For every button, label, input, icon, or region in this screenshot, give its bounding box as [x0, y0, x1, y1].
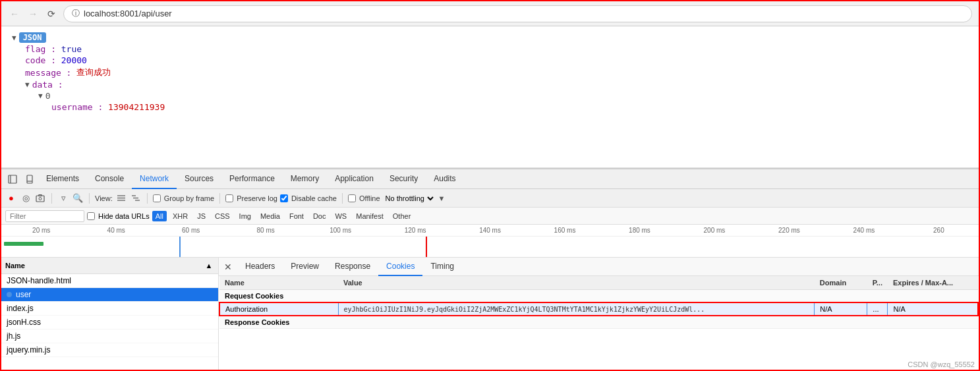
- record-button[interactable]: ●: [5, 192, 17, 204]
- browser-chrome: ← → ⟳ ⓘ localhost:8001/api/user: [1, 1, 979, 26]
- svg-point-5: [39, 197, 42, 200]
- devtools-tabs: Elements Console Network Sources Perform…: [1, 169, 979, 189]
- tab-headers[interactable]: Headers: [237, 258, 283, 276]
- filter-type-all[interactable]: All: [152, 211, 167, 221]
- col-domain-header: Domain: [815, 276, 867, 290]
- filter-type-media[interactable]: Media: [257, 211, 283, 221]
- tl-240: 240 ms: [826, 227, 901, 234]
- tab-elements[interactable]: Elements: [38, 169, 87, 189]
- data-expand-icon[interactable]: ▼: [25, 80, 30, 89]
- expand-icon[interactable]: ▼: [12, 34, 16, 42]
- tab-preview[interactable]: Preview: [283, 258, 327, 276]
- code-value: 20000: [61, 55, 87, 65]
- capture-screenshot-button[interactable]: [34, 192, 46, 204]
- message-key: message :: [25, 68, 71, 78]
- json-flag-line: flag : true: [12, 43, 968, 55]
- file-item-jquery[interactable]: jquery.min.js: [1, 343, 218, 357]
- hide-data-urls-label: Hide data URLs: [98, 212, 150, 220]
- auth-expires-cell: N/A: [888, 302, 978, 316]
- detail-tabs: ✕ Headers Preview Response Cookies Timin…: [219, 258, 979, 276]
- address-bar[interactable]: ⓘ localhost:8001/api/user: [63, 5, 972, 22]
- file-list: Name ▲ JSON-handle.html user index.js js…: [1, 258, 219, 371]
- file-item-user[interactable]: user: [1, 288, 218, 302]
- tab-response[interactable]: Response: [327, 258, 378, 276]
- reload-button[interactable]: ⟳: [45, 7, 58, 20]
- group-by-frame-label: Group by frame: [164, 194, 214, 202]
- filter-type-font[interactable]: Font: [286, 211, 307, 221]
- device-icon[interactable]: [21, 171, 38, 188]
- tl-180: 180 ms: [602, 227, 677, 234]
- svg-rect-0: [9, 175, 16, 183]
- filter-input[interactable]: [5, 210, 84, 222]
- separator-5: [342, 193, 343, 204]
- offline-check[interactable]: Offline: [348, 194, 380, 202]
- jquery-name: jquery.min.js: [7, 345, 50, 355]
- svg-rect-2: [27, 175, 32, 183]
- tab-security[interactable]: Security: [382, 169, 426, 189]
- tab-audits[interactable]: Audits: [426, 169, 463, 189]
- inspect-icon[interactable]: [4, 171, 21, 188]
- username-value: 13904211939: [108, 102, 165, 112]
- clear-button[interactable]: ◎: [20, 192, 32, 204]
- disable-cache-label: Disable cache: [291, 194, 337, 202]
- separator-3: [147, 193, 148, 204]
- tl-200: 200 ms: [677, 227, 751, 234]
- search-icon[interactable]: 🔍: [72, 192, 84, 204]
- filter-type-xhr[interactable]: XHR: [169, 211, 191, 221]
- timeline-labels: 20 ms 40 ms 60 ms 80 ms 100 ms 120 ms 14…: [1, 225, 979, 237]
- tab-console[interactable]: Console: [87, 169, 132, 189]
- filter-type-css[interactable]: CSS: [212, 211, 233, 221]
- tab-cookies[interactable]: Cookies: [378, 258, 422, 276]
- tab-sources[interactable]: Sources: [177, 169, 221, 189]
- tab-performance[interactable]: Performance: [221, 169, 283, 189]
- forward-button[interactable]: →: [26, 7, 40, 20]
- col-path-header: P...: [867, 276, 888, 290]
- tl-40: 40 ms: [78, 227, 153, 234]
- back-button[interactable]: ←: [8, 7, 21, 20]
- json-tag: JSON: [19, 32, 46, 43]
- separator-4: [219, 193, 220, 204]
- name-column-header: Name: [5, 262, 25, 270]
- filter-type-js[interactable]: JS: [194, 211, 209, 221]
- tab-network[interactable]: Network: [132, 169, 177, 189]
- disable-cache-check[interactable]: Disable cache: [280, 194, 337, 202]
- file-list-scroll-up[interactable]: ▲: [204, 260, 214, 271]
- filter-type-img[interactable]: Img: [236, 211, 254, 221]
- close-detail-button[interactable]: ✕: [219, 260, 237, 273]
- tab-timing[interactable]: Timing: [422, 258, 462, 276]
- throttling-dropdown-icon[interactable]: ▼: [438, 194, 446, 202]
- preserve-log-check[interactable]: Preserve log: [225, 194, 277, 202]
- file-item-jh-js[interactable]: jh.js: [1, 329, 218, 343]
- view-label: View:: [95, 194, 113, 202]
- watermark: CSDN @wzq_55552: [908, 360, 975, 368]
- file-item-index-js[interactable]: index.js: [1, 302, 218, 316]
- filter-type-manifest[interactable]: Manifest: [353, 211, 387, 221]
- waterfall-view-btn[interactable]: [130, 192, 142, 204]
- file-item-json-handle[interactable]: JSON-handle.html: [1, 274, 218, 288]
- code-key: code :: [25, 55, 56, 65]
- col-value-header: Value: [338, 276, 815, 290]
- preserve-log-label: Preserve log: [237, 194, 277, 202]
- flag-value: true: [61, 44, 82, 54]
- network-toolbar: ● ◎ ▿ 🔍 View: Group by frame Preserve lo…: [1, 189, 979, 208]
- filter-type-ws[interactable]: WS: [331, 211, 350, 221]
- throttling-select[interactable]: No throttling: [383, 194, 436, 203]
- network-filter: Hide data URLs All XHR JS CSS Img Media …: [1, 208, 979, 225]
- jsonh-css-name: jsonH.css: [7, 318, 41, 327]
- hide-data-urls-check[interactable]: Hide data URLs: [87, 212, 150, 220]
- tab-memory[interactable]: Memory: [283, 169, 327, 189]
- filter-type-other[interactable]: Other: [389, 211, 415, 221]
- request-cookies-header: Request Cookies: [219, 290, 978, 303]
- json-response-area: ▼ JSON flag : true code : 20000 message …: [1, 26, 979, 168]
- tab-application[interactable]: Application: [327, 169, 382, 189]
- data-key: data :: [32, 80, 63, 90]
- group-by-frame-check[interactable]: Group by frame: [153, 194, 214, 202]
- filter-icon[interactable]: ▿: [57, 192, 69, 204]
- list-view-btn[interactable]: [115, 192, 127, 204]
- tl-120: 120 ms: [378, 227, 452, 234]
- filter-type-doc[interactable]: Doc: [310, 211, 330, 221]
- data-0-expand-icon[interactable]: ▼: [38, 92, 43, 100]
- authorization-row[interactable]: Authorization eyJhbGciOiJIUzI1NiJ9.eyJqd…: [219, 302, 978, 316]
- file-item-jsonh-css[interactable]: jsonH.css: [1, 316, 218, 329]
- lock-icon: ⓘ: [72, 8, 80, 19]
